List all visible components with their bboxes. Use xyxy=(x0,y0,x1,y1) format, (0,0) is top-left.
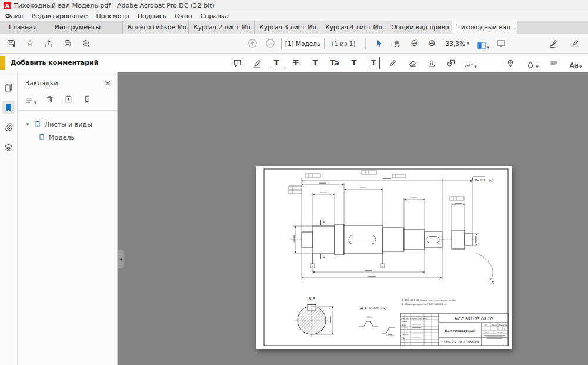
color-picker-icon[interactable]: ▾ xyxy=(526,57,539,69)
eraser-icon[interactable] xyxy=(406,57,419,69)
layers-icon[interactable] xyxy=(2,141,15,154)
menu-bar: Файл Редактирование Просмотр Подпись Окн… xyxy=(0,11,588,21)
share-icon[interactable] xyxy=(42,37,55,50)
sign-pen-icon[interactable] xyxy=(547,37,560,50)
attachments-icon[interactable] xyxy=(2,121,15,134)
save-icon[interactable] xyxy=(5,37,18,50)
collapse-panel-icon[interactable]: ◂ xyxy=(118,250,124,268)
roughness-mark: Ra 6.3 (√) xyxy=(470,177,494,182)
tab-home[interactable]: Главная xyxy=(0,21,46,34)
stamp-icon[interactable] xyxy=(425,57,438,69)
svg-text:Н.контр.: Н.контр. xyxy=(402,333,409,336)
bookmarks-panel: Закладки × ▾ ▾ Листы и виды Модель xyxy=(18,72,118,365)
page-count-label: (1 из 1) xyxy=(329,40,358,47)
svg-text:Ra 6.3: Ra 6.3 xyxy=(475,178,485,182)
replace-text-icon[interactable]: Ta xyxy=(328,57,341,69)
hand-tool-icon[interactable] xyxy=(390,37,403,50)
view-b-arrow: Б xyxy=(476,253,495,286)
svg-text:Разраб.: Разраб. xyxy=(402,320,408,323)
doc-tab-label: Общий вид приво... xyxy=(391,24,452,31)
add-text-icon[interactable]: T xyxy=(348,57,360,69)
select-tool-icon[interactable] xyxy=(373,37,386,50)
page-number-field[interactable]: [1] Модель xyxy=(281,38,325,49)
comment-bar: Добавить комментарий T T T Ta T T ▾ ▾ Aa… xyxy=(0,54,588,72)
svg-text:Масштаб: Масштаб xyxy=(499,324,507,326)
zoom-level-dropdown[interactable]: 33,3% ▾ xyxy=(443,40,472,47)
sticky-note-icon[interactable] xyxy=(231,57,244,69)
next-page-icon[interactable] xyxy=(263,37,276,50)
doc-tab-1[interactable]: Колесо гибкое-Мо... xyxy=(122,21,188,34)
svg-text:Сталь 45 ГОСТ 1050-88: Сталь 45 ГОСТ 1050-88 xyxy=(441,340,479,344)
page-thumbnails-icon[interactable] xyxy=(2,81,15,94)
zoom-out-icon[interactable]: ⊖ xyxy=(408,37,421,50)
toolbar-separator xyxy=(365,38,366,49)
draw-tool-icon[interactable]: ▾ xyxy=(464,57,477,69)
comment-accent-marker xyxy=(0,56,5,70)
svg-text:1. 278...295 НВ, кроме мест,: 1. 278...295 НВ, кроме мест, указанных о… xyxy=(402,298,456,301)
svg-text:Лит.: Лит. xyxy=(484,324,488,326)
menu-edit[interactable]: Редактирование xyxy=(27,12,92,20)
add-comment-label: Добавить комментарий xyxy=(11,59,98,67)
doc-tab-label: Курсач 2 лист-Мо... xyxy=(193,24,254,31)
insert-text-icon[interactable]: T xyxy=(309,57,322,69)
aa-glyph: Aa xyxy=(569,61,579,69)
doc-tab-6-active[interactable]: Тихоходный вал-... × xyxy=(452,21,517,34)
svg-text:А: А xyxy=(312,265,313,268)
svg-text:1:1: 1:1 xyxy=(501,327,505,330)
bookmark-icon xyxy=(34,120,42,128)
main-toolbar: ☆ [1] Модель (1 из 1) ⊖ ⊕ 33,3% ▾ ▾ xyxy=(0,34,588,54)
doc-tab-label: Курсач 3 лист-Мо... xyxy=(259,24,320,31)
doc-tab-label: Курсач 4 лист-Мо... xyxy=(325,24,386,31)
bookmarks-panel-title: Закладки xyxy=(25,79,58,87)
engineering-drawing: Ra 6.3 (√) xyxy=(256,166,512,349)
shaft-front-view xyxy=(302,224,472,255)
new-bookmark-icon[interactable] xyxy=(62,92,75,105)
delete-bookmark-icon[interactable] xyxy=(43,92,56,105)
zoom-in-icon[interactable]: ⊕ xyxy=(426,37,439,50)
underline-text-icon[interactable]: T xyxy=(270,57,283,69)
text-properties-icon[interactable]: Aa▾ xyxy=(569,57,582,69)
highlight-text-icon[interactable] xyxy=(250,57,263,69)
menu-file[interactable]: Файл xyxy=(1,12,27,20)
strikethrough-text-icon[interactable]: T xyxy=(289,57,302,69)
caret-down-icon: ▾ xyxy=(536,64,539,69)
bookmarks-panel-icon[interactable] xyxy=(2,101,15,114)
text-box-icon[interactable]: T xyxy=(367,57,380,69)
print-icon[interactable] xyxy=(61,37,74,50)
zoom-out-tool-icon[interactable] xyxy=(80,37,93,50)
panel-close-icon[interactable]: × xyxy=(104,79,111,87)
pdf-page: Ra 6.3 (√) xyxy=(256,166,512,349)
keep-tool-pin-icon[interactable] xyxy=(504,57,517,69)
doc-tab-3[interactable]: Курсач 3 лист-Мо... xyxy=(254,21,320,34)
svg-text:Пров.: Пров. xyxy=(402,324,406,326)
chevron-down-icon[interactable]: ▾ xyxy=(25,121,31,127)
bookmark-item-sheets[interactable]: ▾ Листы и виды xyxy=(20,118,115,131)
fullscreen-mode-icon[interactable] xyxy=(495,37,507,50)
menu-help[interactable]: Справка xyxy=(196,12,233,20)
menu-view[interactable]: Просмотр xyxy=(92,12,133,20)
page-display-icon[interactable]: ▾ xyxy=(477,37,490,50)
bookmark-item-model[interactable]: Модель xyxy=(20,131,115,144)
doc-tab-5[interactable]: Общий вид приво... xyxy=(386,21,452,34)
svg-text:Лист: Лист xyxy=(485,331,489,334)
doc-tab-4[interactable]: Курсач 4 лист-Мо... xyxy=(320,21,386,34)
doc-tab-2[interactable]: Курсач 2 лист-Мо... xyxy=(188,21,254,34)
bookmark-options-icon[interactable]: ▾ xyxy=(24,92,37,105)
svg-text:Д, Е, Ю и Ж (4:1): Д, Е, Ю и Ж (4:1) xyxy=(360,306,387,310)
bookmark-icon xyxy=(38,133,46,141)
svg-text:В: В xyxy=(323,221,325,224)
tab-bar: Главная Инструменты Колесо гибкое-Мо... … xyxy=(0,21,588,34)
pencil-icon[interactable] xyxy=(386,57,399,69)
bookmark-ribbon-icon[interactable] xyxy=(81,92,93,105)
star-icon[interactable]: ☆ xyxy=(24,37,36,50)
menu-window[interactable]: Окно xyxy=(171,12,196,20)
document-area[interactable]: ◂ xyxy=(118,72,588,365)
shapes-icon[interactable] xyxy=(445,57,457,69)
tab-tools[interactable]: Инструменты xyxy=(46,21,110,34)
comment-list-icon[interactable] xyxy=(547,57,560,69)
svg-text:2. Общие допуски по ГОСТ 3089: 2. Общие допуски по ГОСТ 30893.1-m. xyxy=(402,303,447,306)
previous-page-icon[interactable] xyxy=(246,37,259,50)
fill-sign-icon[interactable] xyxy=(568,37,581,50)
menu-sign[interactable]: Подпись xyxy=(133,12,171,20)
svg-text:Т.контр.: Т.контр. xyxy=(401,327,409,329)
